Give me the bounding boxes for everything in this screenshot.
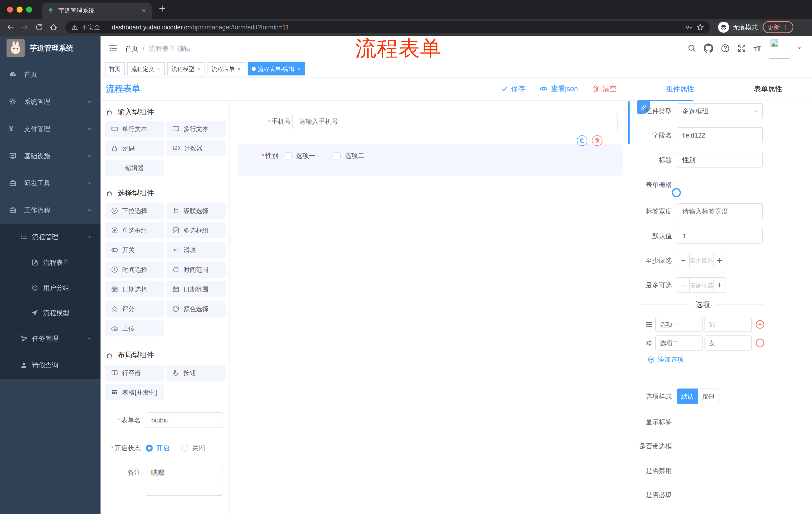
- view-json-button[interactable]: 查看json: [540, 84, 578, 93]
- search-icon[interactable]: [688, 44, 696, 53]
- canvas-scrollbar-thumb[interactable]: [628, 101, 630, 144]
- font-size-icon[interactable]: TT: [753, 44, 761, 53]
- address-bar[interactable]: 不安全 dashboard.yudao.iocoder.cn/bpm/manag…: [65, 21, 710, 33]
- default-value-input[interactable]: [677, 228, 763, 244]
- component-row-container[interactable]: 行容器: [105, 364, 164, 381]
- sidebar-fold-icon[interactable]: [109, 44, 118, 53]
- tag-close-icon[interactable]: [296, 66, 301, 71]
- component-time-range[interactable]: 时间范围: [166, 262, 226, 278]
- sidebar-item-infra[interactable]: 基础设施: [0, 142, 100, 169]
- tag-home[interactable]: 首页: [105, 62, 125, 76]
- tag-close-icon[interactable]: [237, 66, 241, 71]
- component-password[interactable]: 密码: [105, 140, 164, 156]
- sidebar-item-task-mgmt[interactable]: 任务管理: [0, 325, 100, 352]
- option1-value-input[interactable]: [704, 317, 752, 332]
- sidebar-item-workflow[interactable]: 工作流程: [0, 197, 100, 224]
- remove-option-button[interactable]: [756, 339, 764, 347]
- phone-field-input[interactable]: [292, 113, 617, 130]
- reload-icon[interactable]: [35, 23, 43, 31]
- stepper-plus-button[interactable]: [713, 253, 726, 268]
- back-icon[interactable]: [6, 23, 14, 31]
- avatar-caret-icon[interactable]: [797, 46, 802, 51]
- tag-process-form-edit-active[interactable]: 流程表单-编辑: [248, 62, 305, 76]
- sidebar-item-process-model[interactable]: 流程模型: [0, 300, 100, 325]
- copy-component-button[interactable]: [577, 135, 587, 146]
- style-button-button[interactable]: 按钮: [698, 388, 719, 404]
- tab-close-icon[interactable]: [141, 8, 147, 13]
- window-close-button[interactable]: [7, 6, 13, 12]
- sidebar-item-process-mgmt[interactable]: 流程管理: [0, 224, 100, 250]
- bookmark-star-icon[interactable]: [696, 23, 704, 31]
- component-date-picker[interactable]: 日期选择: [105, 281, 164, 297]
- sidebar-item-system[interactable]: 系统管理: [0, 88, 100, 115]
- slider-handle[interactable]: [672, 188, 681, 197]
- component-dropdown[interactable]: 下拉选择: [105, 203, 164, 219]
- save-button[interactable]: 保存: [501, 84, 525, 93]
- browser-menu-icon[interactable]: [783, 24, 789, 30]
- title-input[interactable]: [677, 152, 763, 168]
- clear-button[interactable]: 清空: [592, 84, 616, 93]
- gender-checkbox-option2[interactable]: 选项二: [334, 152, 364, 160]
- option2-value-input[interactable]: [704, 335, 752, 351]
- component-upload[interactable]: 上传: [105, 320, 164, 336]
- tag-process-model[interactable]: 流程模型: [167, 62, 205, 76]
- home-icon[interactable]: [49, 23, 58, 31]
- drag-handle-icon[interactable]: [645, 321, 653, 328]
- sidebar-item-process-form[interactable]: 流程表单: [0, 250, 100, 275]
- component-counter[interactable]: 123计数器: [166, 140, 226, 156]
- gender-checkbox-option1[interactable]: 选项一: [285, 152, 316, 160]
- tag-close-icon[interactable]: [156, 66, 161, 71]
- component-color-picker[interactable]: 颜色选择: [166, 301, 226, 317]
- sidebar-item-home[interactable]: 首页: [0, 61, 100, 88]
- component-cascader[interactable]: 级联选择: [166, 203, 226, 219]
- form-name-input[interactable]: [146, 412, 223, 428]
- style-default-button[interactable]: 默认: [677, 388, 698, 404]
- stepper-placeholder[interactable]: 至少应选: [690, 253, 713, 268]
- help-icon[interactable]: [721, 44, 730, 53]
- forward-icon[interactable]: [21, 23, 29, 31]
- component-checkbox-group[interactable]: 多选框组: [166, 222, 226, 238]
- sidebar-item-devtools[interactable]: 研发工具: [0, 169, 100, 197]
- selected-component-gender[interactable]: *性别 选项一 选项二: [238, 144, 622, 176]
- form-remark-textarea[interactable]: 嘿嘿: [146, 465, 223, 496]
- tag-process-definition[interactable]: 流程定义: [127, 62, 165, 76]
- tab-component-props[interactable]: 组件属性: [636, 77, 724, 101]
- component-button[interactable]: 按钮: [166, 364, 226, 381]
- new-tab-button[interactable]: [159, 5, 166, 12]
- browser-tab[interactable]: 芋道管理系统: [42, 2, 152, 19]
- component-editor[interactable]: 编辑器: [105, 160, 164, 176]
- component-date-range[interactable]: 日期范围: [166, 281, 226, 297]
- window-minimize-button[interactable]: [17, 6, 23, 12]
- delete-component-button[interactable]: [592, 135, 603, 146]
- tab-form-props[interactable]: 表单属性: [724, 77, 812, 101]
- stepper-placeholder[interactable]: 最多可选: [690, 278, 713, 293]
- option1-label-input[interactable]: [655, 317, 703, 332]
- breadcrumb-home[interactable]: 首页: [125, 44, 138, 53]
- label-width-input[interactable]: [677, 203, 763, 219]
- option2-label-input[interactable]: [655, 335, 703, 351]
- component-radio-group[interactable]: 单选框组: [105, 222, 164, 238]
- password-key-icon[interactable]: [685, 23, 693, 31]
- component-type-select[interactable]: 多选框组: [677, 103, 763, 119]
- drag-handle-icon[interactable]: [645, 339, 653, 347]
- user-avatar-broken-image[interactable]: [769, 38, 789, 59]
- component-table-wip[interactable]: 表格[开发中]: [105, 384, 164, 400]
- fullscreen-icon[interactable]: [737, 44, 746, 53]
- stepper-minus-button[interactable]: [677, 278, 690, 293]
- sidebar-item-leave-query[interactable]: 请假查询: [0, 352, 100, 379]
- window-zoom-button[interactable]: [26, 6, 32, 12]
- browser-update-button[interactable]: 更新: [763, 21, 793, 33]
- add-option-button[interactable]: 添加选项: [648, 355, 684, 364]
- github-icon[interactable]: [704, 44, 713, 53]
- field-name-input[interactable]: [677, 127, 763, 143]
- sidebar-item-payment[interactable]: ¥ 支付管理: [0, 115, 100, 142]
- component-switch[interactable]: 开关: [105, 242, 164, 258]
- stepper-minus-button[interactable]: [677, 253, 690, 268]
- component-multi-line-text[interactable]: 多行文本: [166, 121, 226, 137]
- component-slider[interactable]: 滑块: [166, 242, 226, 258]
- status-radio-on[interactable]: 开启: [146, 444, 169, 453]
- resize-handle-icon[interactable]: [217, 492, 222, 497]
- tag-close-icon[interactable]: [197, 66, 201, 71]
- component-rate[interactable]: 评分: [105, 301, 164, 317]
- tag-process-form[interactable]: 流程表单: [207, 62, 245, 76]
